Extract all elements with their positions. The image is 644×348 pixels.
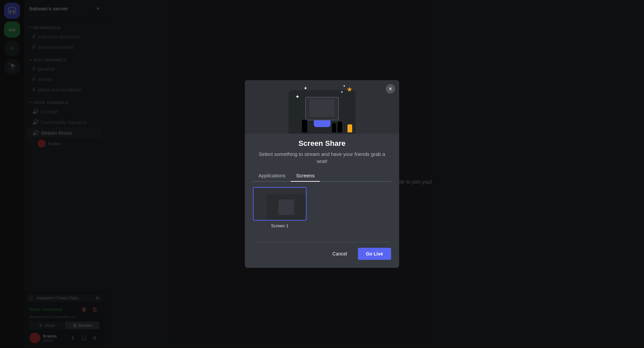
tab-applications-label: Applications [258,173,285,178]
screen-share-modal: ✦ ✦ ✦ ✦ ✕ Screen Share Select something … [245,80,399,268]
figure-right2 [332,123,336,132]
tab-screens[interactable]: Screens [291,170,320,181]
modal-overlay[interactable]: ✦ ✦ ✦ ✦ ✕ Screen Share Select something … [0,0,644,348]
monitor [305,97,339,120]
modal-subtitle: Select something to stream and have your… [253,151,391,165]
star-icon-2: ✦ [343,84,345,88]
figure-right [337,122,342,132]
cancel-button[interactable]: Cancel [326,248,354,260]
modal-title: Screen Share [253,139,391,148]
screen-1-label: Screen 1 [271,223,288,228]
modal-illustration: ✦ ✦ ✦ ✦ [245,80,399,134]
go-live-button[interactable]: Go Live [358,248,391,260]
mini-screen [254,188,306,220]
figure-popcorn [347,124,352,132]
screen-1-thumb[interactable]: Screen 1 [253,187,307,234]
close-icon: ✕ [388,86,392,92]
modal-tabs: Applications Screens [253,170,391,182]
figure-left [302,120,307,132]
modal-header-image: ✦ ✦ ✦ ✦ [245,80,399,134]
cancel-label: Cancel [332,251,347,256]
modal-footer: Cancel Go Live [253,242,391,260]
modal-close-button[interactable]: ✕ [386,84,395,94]
modal-body: Screen Share Select something to stream … [245,134,399,268]
tab-screens-label: Screens [296,173,315,178]
screen-thumbnails: Screen 1 [253,187,391,234]
sparkle-icon: ✦ [295,94,300,100]
star-icon: ✦ [304,85,308,91]
screen-1-preview [253,187,307,221]
go-live-label: Go Live [366,251,383,256]
tab-applications[interactable]: Applications [253,170,291,181]
star-icon-3: ✦ [340,90,343,94]
